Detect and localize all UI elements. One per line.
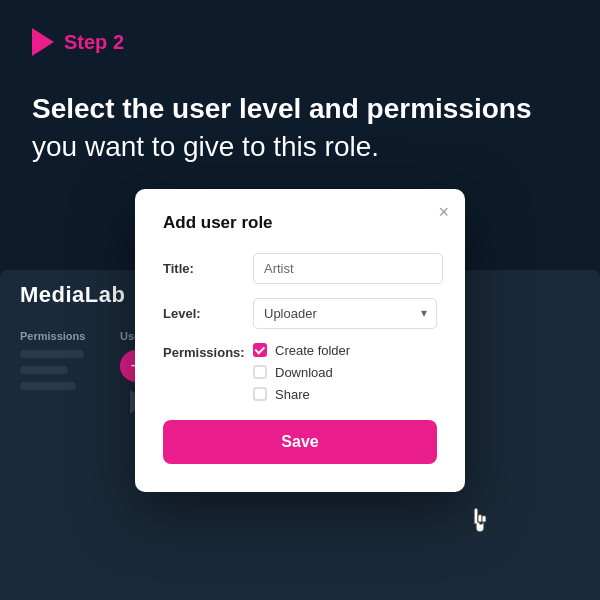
- checkbox-create-folder-box[interactable]: [253, 343, 267, 357]
- save-button[interactable]: Save: [163, 420, 437, 464]
- modal-overlay: Add user role × Title: Level: Uploader A…: [0, 0, 600, 600]
- modal-close-button[interactable]: ×: [438, 203, 449, 221]
- add-user-role-modal: Add user role × Title: Level: Uploader A…: [135, 189, 465, 492]
- level-select[interactable]: Uploader Admin Viewer Editor: [253, 298, 437, 329]
- modal-title: Add user role: [163, 213, 437, 233]
- checkboxes-column: Create folder Download Share: [253, 343, 350, 402]
- checkbox-share-box[interactable]: [253, 387, 267, 401]
- checkbox-share-label: Share: [275, 387, 310, 402]
- title-input[interactable]: [253, 253, 443, 284]
- permissions-row: Permissions: Create folder Download Shar…: [163, 343, 437, 402]
- level-row: Level: Uploader Admin Viewer Editor ▾: [163, 298, 437, 329]
- checkbox-create-folder-label: Create folder: [275, 343, 350, 358]
- checkbox-download[interactable]: Download: [253, 365, 350, 380]
- level-select-wrapper: Uploader Admin Viewer Editor ▾: [253, 298, 437, 329]
- checkbox-share[interactable]: Share: [253, 387, 350, 402]
- checkbox-download-box[interactable]: [253, 365, 267, 379]
- permissions-label: Permissions:: [163, 343, 253, 360]
- level-label: Level:: [163, 306, 253, 321]
- title-label: Title:: [163, 261, 253, 276]
- checkbox-download-label: Download: [275, 365, 333, 380]
- title-row: Title:: [163, 253, 437, 284]
- checkbox-create-folder[interactable]: Create folder: [253, 343, 350, 358]
